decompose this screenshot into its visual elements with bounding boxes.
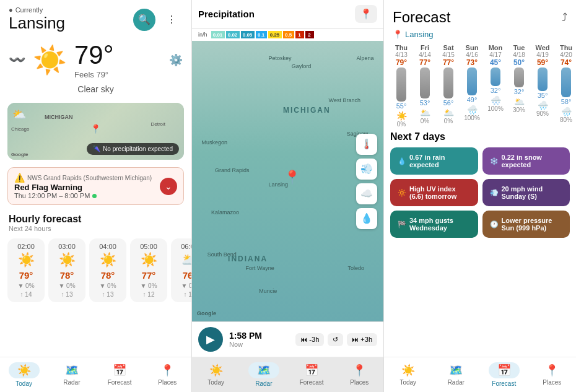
rain-button[interactable]: 💧 [356, 208, 377, 229]
nav-today[interactable]: ☀️ Today [0, 357, 48, 392]
hourly-weather-icon: ☀️ [18, 252, 35, 268]
more-options-button[interactable]: ⋮ [160, 9, 183, 31]
city-muncie: Muncie [259, 288, 277, 294]
info-cards-grid: 💧 0.67 in rain expected ❄️ 0.22 in snow … [390, 147, 570, 238]
forecast-bar [514, 68, 524, 87]
precip-icon: 🌂 [93, 146, 100, 152]
city-gaylord: Gaylord [292, 63, 312, 69]
uv-index-card: 🔆 High UV index (6.6) tomorrow [390, 179, 478, 206]
currently-label: ● Currently [9, 6, 65, 14]
center-nav-today[interactable]: ☀️ Today [192, 357, 240, 392]
dot-icon: ● [9, 6, 13, 14]
settings-icon[interactable]: ⚙️ [169, 53, 183, 67]
hourly-sub: Next 24 hours [9, 225, 183, 232]
hourly-wind: ↑ 13 [61, 291, 73, 298]
active-dot [92, 194, 97, 198]
weather-icon: 🌥️ [420, 108, 430, 118]
wind-icon: 💨 [490, 189, 499, 197]
alert-box[interactable]: ⚠️ NWS Grand Rapids (Southwestern Michig… [7, 167, 184, 205]
gusts-icon: 🏁 [398, 220, 406, 229]
center-nav-forecast[interactable]: 📅 Forecast [288, 357, 336, 392]
forecast-bar [491, 68, 500, 86]
nav-places[interactable]: 📍 Places [144, 357, 191, 392]
left-panel: ● Currently Lansing 🔍 ⋮ 〰️ ☀️ 79° Feels … [0, 0, 192, 392]
places-icon: 📍 [160, 364, 174, 377]
refresh-button[interactable]: ↺ [328, 333, 343, 346]
hourly-temp: 78° [60, 270, 74, 281]
city-grand-rapids: Grand Rapids [215, 167, 250, 173]
scale-box-1: 0.01 [211, 31, 225, 38]
center-nav-radar[interactable]: 🗺️ Radar [240, 357, 287, 392]
today-icon: ☀️ [17, 364, 31, 377]
hourly-wind: ↑ 10 [184, 291, 191, 298]
hourly-title: Hourly forecast [9, 214, 183, 225]
list-item: 02:00 ☀️ 79° ▼ 0% ↑ 14 [7, 238, 45, 302]
scale-box-6: 0.5 [283, 31, 294, 38]
forecast-day-fri: Fri 4/14 77° 53° 🌥️ 0% [414, 44, 436, 128]
map-widget[interactable]: ⛅ MICHIGAN Chicago Detroit 📍 Google 🌂 No… [7, 103, 184, 160]
center-map-area[interactable]: Petoskey Gaylord Alpena West Branch Sagi… [192, 41, 383, 321]
radar-icon: 🗺️ [449, 364, 463, 377]
center-nav-places[interactable]: 📍 Places [336, 357, 383, 392]
nav-radar[interactable]: 🗺️ Radar [48, 357, 95, 392]
location-button[interactable]: 📍 [355, 5, 377, 23]
map-label-chicago: Chicago [11, 126, 29, 132]
center-map-pin: 📍 [284, 170, 300, 186]
right-bottom-nav: ☀️ Today 🗺️ Radar 📅 Forecast 📍 Places [384, 357, 576, 392]
forecast-day-thu2: Thu 4/20 74° 58° 🌧️ 80% [555, 44, 576, 128]
wind-label: 💨 20 mph wind Sunday (S) [490, 185, 563, 200]
city-toledo: Toledo [348, 265, 365, 271]
today-icon: ☀️ [401, 364, 415, 377]
cloud-button[interactable]: ☁️ [356, 183, 377, 204]
rewind-button[interactable]: ⏮ -3h [295, 333, 324, 346]
alert-content: ⚠️ NWS Grand Rapids (Southwestern Michig… [14, 173, 160, 199]
current-time: 1:58 PM [229, 331, 289, 341]
left-bottom-nav: ☀️ Today 🗺️ Radar 📅 Forecast 📍 Places [0, 357, 191, 392]
nav-forecast[interactable]: 📅 Forecast [96, 357, 144, 392]
rain-icon: 💧 [398, 157, 406, 165]
precip-title: Precipitation [198, 9, 255, 19]
forecast-bar [443, 68, 453, 98]
alert-time: Thu 12:00 PM – 8:00 PM [14, 192, 160, 199]
right-nav-places[interactable]: 📍 Places [528, 357, 577, 392]
state-label-michigan: MICHIGAN [283, 106, 331, 115]
forecast-day-sat: Sat 4/15 77° 56° 🌥️ 0% [437, 44, 460, 128]
radar-icon: 🗺️ [257, 364, 271, 377]
search-button[interactable]: 🔍 [133, 9, 155, 31]
left-header: ● Currently Lansing 🔍 ⋮ [0, 0, 191, 37]
weather-icon: 🌧️ [467, 105, 478, 115]
pressure-card: 🕐 Lower pressure Sun (999 hPa) [482, 211, 570, 238]
scale-box-5: 0.25 [268, 31, 282, 38]
map-label-michigan: MICHIGAN [45, 114, 73, 120]
right-location: 📍 Lansing [384, 28, 576, 44]
forecast-bar [561, 68, 571, 97]
right-nav-radar[interactable]: 🗺️ Radar [432, 357, 481, 392]
scale-box-2: 0.02 [226, 31, 240, 38]
gusts-label: 🏁 34 mph gusts Wednesday [398, 217, 471, 232]
right-nav-forecast[interactable]: 📅 Forecast [480, 357, 528, 392]
hourly-precip: ▼ 0% [99, 282, 116, 289]
location-pin-icon: 📍 [393, 30, 403, 39]
next7-section: Next 7 days 💧 0.67 in rain expected ❄️ 0… [384, 128, 576, 242]
forecast-bar [396, 68, 406, 102]
snow-label: ❄️ 0.22 in snow expected [490, 154, 563, 168]
pressure-icon: 🕐 [490, 220, 499, 229]
city-alpena: Alpena [357, 55, 374, 61]
forecast-bar [420, 68, 430, 98]
forward-button[interactable]: ⏭ +3h [347, 333, 377, 346]
uv-label: 🔆 High UV index (6.6) tomorrow [398, 185, 471, 200]
hourly-weather-icon: ☀️ [100, 252, 116, 268]
scale-box-3: 0.05 [241, 31, 255, 38]
list-item: 06:00 🌥️ 76° ▼ 0% ↑ 10 [171, 238, 191, 302]
hourly-scroll[interactable]: 02:00 ☀️ 79° ▼ 0% ↑ 14 03:00 ☀️ 78° ▼ 0%… [0, 235, 191, 306]
forecast-day-thu1: Thu 4/13 79° 55° ☀️ 0% [390, 44, 412, 128]
hourly-temp: 76° [183, 270, 191, 281]
share-icon[interactable]: ⤴ [562, 11, 567, 24]
play-button[interactable]: ▶ [198, 327, 223, 352]
right-panel: Forecast ⤴ 📍 Lansing Thu 4/13 79° 55° ☀️… [384, 0, 576, 392]
right-nav-today[interactable]: ☀️ Today [384, 357, 432, 392]
weather-icon: 🌧️ [538, 100, 548, 110]
thermometer-button[interactable]: 🌡️ [356, 134, 377, 155]
wind-button[interactable]: 💨 [356, 159, 377, 180]
alert-expand-button[interactable]: ⌄ [160, 178, 177, 195]
